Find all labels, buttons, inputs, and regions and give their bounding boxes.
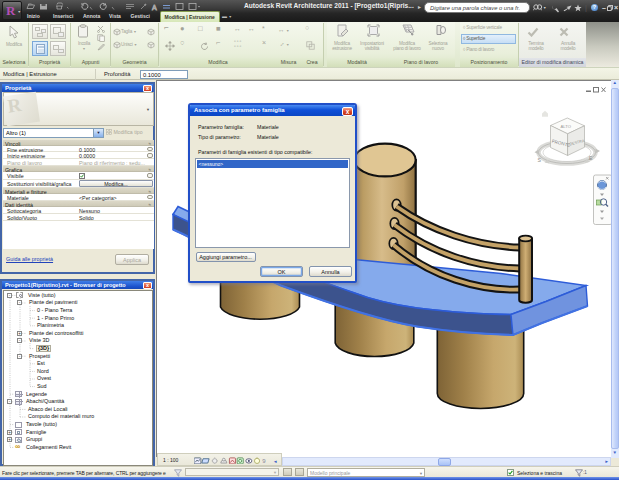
svg-text:ALTO: ALTO [561,124,572,129]
svg-text:9: 9 [262,458,266,464]
svg-text:E: E [589,155,593,161]
svg-text:A: A [152,4,157,11]
svg-text:S: S [538,157,542,163]
